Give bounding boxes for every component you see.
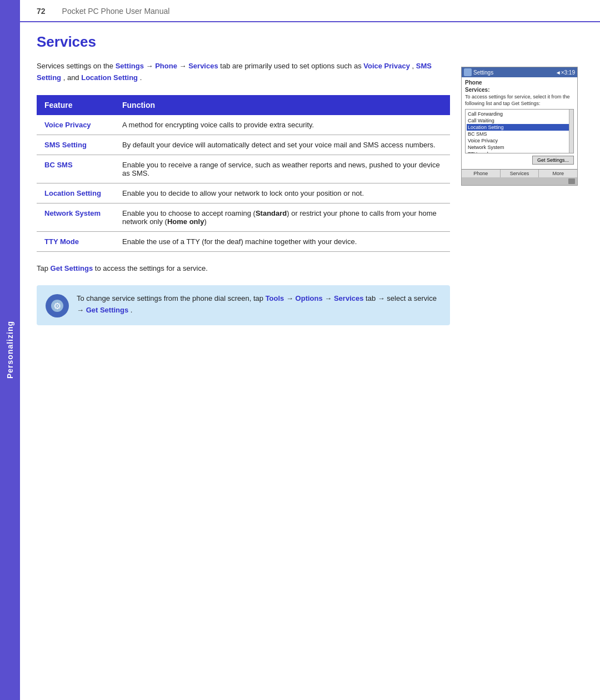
period: . xyxy=(140,73,142,82)
get-settings-link-info[interactable]: Get Settings xyxy=(86,306,129,314)
feature-cell: TTY Mode xyxy=(37,231,114,251)
tools-link[interactable]: Tools xyxy=(266,294,284,302)
function-cell: Enable the use of a TTY (for the deaf) m… xyxy=(114,231,450,251)
phone-bottom-bar xyxy=(462,177,577,185)
main-content: 72 Pocket PC Phone User Manual Services … xyxy=(20,0,600,700)
phone-tab[interactable]: More xyxy=(539,170,577,177)
comma: , xyxy=(412,62,416,70)
gear-icon xyxy=(51,300,63,312)
intro-text-before: Services settings on the xyxy=(37,62,116,70)
table-row: TTY ModeEnable the use of a TTY (for the… xyxy=(37,231,450,251)
tap-note: Tap Get Settings to access the settings … xyxy=(37,263,450,275)
phone-tab[interactable]: Phone xyxy=(462,170,501,177)
get-settings-button[interactable]: Get Settings... xyxy=(532,156,574,165)
function-cell: Enable you to decide to allow your netwo… xyxy=(114,183,450,203)
phone-list-item[interactable]: Location Setting xyxy=(467,124,572,131)
feature-cell: BC SMS xyxy=(37,155,114,183)
feature-table: Feature Function Voice PrivacyA method f… xyxy=(37,95,450,252)
table-row: SMS SettingBy default your device will a… xyxy=(37,135,450,155)
get-settings-link[interactable]: Get Settings xyxy=(51,264,93,272)
phone-bottom-icon xyxy=(568,178,575,184)
info-arrow2: → xyxy=(324,294,334,302)
info-text-before: To change service settings from the phon… xyxy=(77,294,266,302)
location-link[interactable]: Location Setting xyxy=(81,73,138,82)
right-column: Settings ◄×3:19 Phone Services: To acces… xyxy=(461,67,578,325)
text-after: tab are primarily used to set options su… xyxy=(220,62,363,70)
header-bar: 72 Pocket PC Phone User Manual xyxy=(20,0,600,22)
page-number: 72 xyxy=(37,7,46,16)
table-row: Location SettingEnable you to decide to … xyxy=(37,183,450,203)
voice-privacy-link[interactable]: Voice Privacy xyxy=(363,62,410,70)
phone-screenshot: Settings ◄×3:19 Phone Services: To acces… xyxy=(461,67,578,186)
col-feature: Feature xyxy=(37,95,114,115)
phone-section-label: Phone xyxy=(465,80,574,86)
phone-titlebar-left: Settings xyxy=(464,68,493,76)
feature-cell: Network System xyxy=(37,203,114,231)
options-link[interactable]: Options xyxy=(296,294,323,302)
arrow1: → xyxy=(146,62,156,70)
phone-list-box[interactable]: Call ForwardingCall WaitingLocation Sett… xyxy=(465,109,574,153)
info-arrow1: → xyxy=(286,294,296,302)
col-function: Function xyxy=(114,95,450,115)
table-row: BC SMSEnable you to receive a range of s… xyxy=(37,155,450,183)
left-column: Services Services settings on the Settin… xyxy=(37,33,450,325)
phone-body: Phone Services: To access settings for s… xyxy=(462,77,577,169)
phone-titlebar-icons: ◄×3:19 xyxy=(556,69,575,76)
phone-tabs: PhoneServicesMore xyxy=(462,169,577,177)
phone-app-icon xyxy=(464,68,472,76)
arrow2: → xyxy=(179,62,189,70)
phone-list-item[interactable]: Call Forwarding xyxy=(467,111,572,117)
function-cell: A method for encrypting voice calls to p… xyxy=(114,115,450,135)
sidebar-label: Personalizing xyxy=(6,321,14,379)
services-link-info[interactable]: Services xyxy=(334,294,364,302)
feature-cell: SMS Setting xyxy=(37,135,114,155)
sidebar: Personalizing xyxy=(0,0,20,700)
info-icon xyxy=(46,294,69,317)
info-box-text: To change service settings from the phon… xyxy=(77,293,441,316)
feature-cell: Location Setting xyxy=(37,183,114,203)
phone-list-item[interactable]: Call Waiting xyxy=(467,117,572,124)
intro-paragraph: Services settings on the Settings → Phon… xyxy=(37,61,450,84)
function-cell: Enable you to receive a range of service… xyxy=(114,155,450,183)
content-area: Services Services settings on the Settin… xyxy=(20,22,600,336)
settings-link[interactable]: Settings xyxy=(116,62,144,70)
phone-list-item[interactable]: Voice Privacy xyxy=(467,137,572,144)
tap-note-before: Tap xyxy=(37,264,51,272)
phone-subtitle: To access settings for service, select i… xyxy=(465,94,574,107)
phone-link[interactable]: Phone xyxy=(155,62,177,70)
text-and: , and xyxy=(63,73,82,82)
manual-title: Pocket PC Phone User Manual xyxy=(62,7,170,16)
table-row: Network SystemEnable you to choose to ac… xyxy=(37,203,450,231)
tap-note-after: to access the settings for a service. xyxy=(95,264,208,272)
get-settings-btn-container: Get Settings... xyxy=(465,156,574,165)
function-cell: Enable you to choose to accept roaming (… xyxy=(114,203,450,231)
phone-tab[interactable]: Services xyxy=(501,170,539,177)
phone-list-item[interactable]: TTY mode xyxy=(467,151,572,153)
table-row: Voice PrivacyA method for encrypting voi… xyxy=(37,115,450,135)
phone-list-item[interactable]: Network System xyxy=(467,144,572,151)
services-link-intro[interactable]: Services xyxy=(188,62,218,70)
info-box: To change service settings from the phon… xyxy=(37,285,450,325)
table-header-row: Feature Function xyxy=(37,95,450,115)
section-title: Services xyxy=(37,33,450,51)
phone-titlebar: Settings ◄×3:19 xyxy=(462,67,577,77)
function-cell: By default your device will automaticall… xyxy=(114,135,450,155)
phone-scrollbar[interactable] xyxy=(569,110,573,153)
info-period: . xyxy=(131,306,133,314)
phone-services-label: Services: xyxy=(465,87,574,93)
feature-cell: Voice Privacy xyxy=(37,115,114,135)
phone-list-item[interactable]: BC SMS xyxy=(467,131,572,137)
phone-app-name: Settings xyxy=(473,69,493,76)
